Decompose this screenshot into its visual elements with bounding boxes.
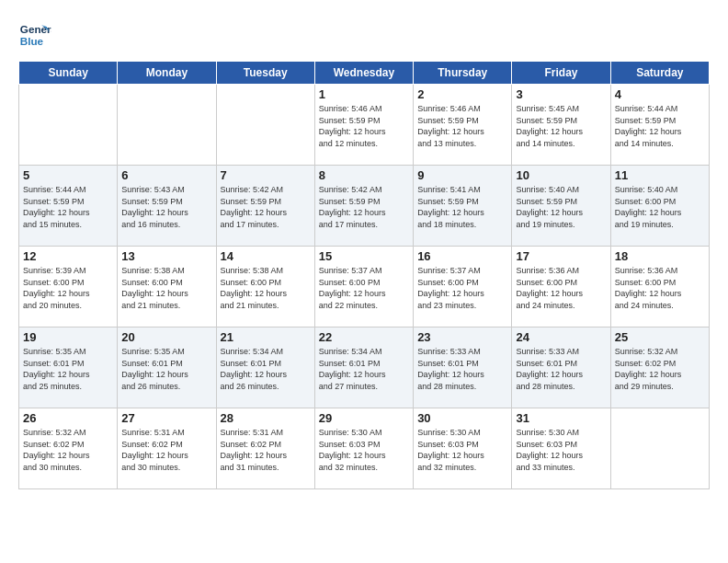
day-info: Sunrise: 5:33 AM Sunset: 6:01 PM Dayligh…	[417, 346, 507, 392]
day-number: 18	[615, 249, 705, 263]
calendar-cell: 6Sunrise: 5:43 AM Sunset: 5:59 PM Daylig…	[118, 166, 216, 247]
day-number: 4	[615, 87, 705, 101]
calendar-cell: 1Sunrise: 5:46 AM Sunset: 5:59 PM Daylig…	[314, 85, 413, 166]
calendar-cell: 20Sunrise: 5:35 AM Sunset: 6:01 PM Dayli…	[118, 327, 216, 408]
day-info: Sunrise: 5:35 AM Sunset: 6:01 PM Dayligh…	[23, 346, 113, 392]
calendar-cell: 10Sunrise: 5:40 AM Sunset: 5:59 PM Dayli…	[512, 166, 610, 247]
day-info: Sunrise: 5:30 AM Sunset: 6:03 PM Dayligh…	[319, 427, 409, 473]
svg-text:Blue: Blue	[20, 35, 44, 47]
week-row-3: 12Sunrise: 5:39 AM Sunset: 6:00 PM Dayli…	[19, 247, 710, 327]
calendar-table: SundayMondayTuesdayWednesdayThursdayFrid…	[18, 61, 710, 489]
day-info: Sunrise: 5:37 AM Sunset: 6:00 PM Dayligh…	[417, 265, 507, 311]
day-info: Sunrise: 5:44 AM Sunset: 5:59 PM Dayligh…	[23, 184, 113, 230]
day-number: 16	[417, 249, 507, 263]
day-number: 17	[516, 249, 606, 263]
day-number: 1	[319, 87, 409, 101]
day-info: Sunrise: 5:42 AM Sunset: 5:59 PM Dayligh…	[221, 184, 311, 230]
day-header-thursday: Thursday	[414, 62, 512, 85]
calendar-cell: 13Sunrise: 5:38 AM Sunset: 6:00 PM Dayli…	[118, 247, 216, 327]
day-number: 22	[319, 330, 409, 344]
day-info: Sunrise: 5:30 AM Sunset: 6:03 PM Dayligh…	[516, 427, 606, 473]
day-number: 26	[23, 411, 113, 425]
logo: General Blue	[18, 18, 55, 52]
calendar-cell	[19, 85, 118, 166]
day-number: 30	[417, 411, 507, 425]
day-number: 9	[417, 168, 507, 182]
day-info: Sunrise: 5:34 AM Sunset: 6:01 PM Dayligh…	[221, 346, 311, 392]
day-number: 23	[417, 330, 507, 344]
calendar-cell: 7Sunrise: 5:42 AM Sunset: 5:59 PM Daylig…	[216, 166, 314, 247]
day-number: 8	[319, 168, 409, 182]
week-row-5: 26Sunrise: 5:32 AM Sunset: 6:02 PM Dayli…	[19, 408, 710, 489]
calendar-cell: 8Sunrise: 5:42 AM Sunset: 5:59 PM Daylig…	[314, 166, 413, 247]
calendar-cell: 26Sunrise: 5:32 AM Sunset: 6:02 PM Dayli…	[19, 408, 118, 489]
calendar-cell: 11Sunrise: 5:40 AM Sunset: 6:00 PM Dayli…	[610, 166, 709, 247]
day-number: 13	[121, 249, 211, 263]
day-number: 5	[23, 168, 113, 182]
calendar-cell: 23Sunrise: 5:33 AM Sunset: 6:01 PM Dayli…	[414, 327, 512, 408]
calendar-cell: 19Sunrise: 5:35 AM Sunset: 6:01 PM Dayli…	[19, 327, 118, 408]
calendar-cell: 14Sunrise: 5:38 AM Sunset: 6:00 PM Dayli…	[216, 247, 314, 327]
header-row: SundayMondayTuesdayWednesdayThursdayFrid…	[19, 62, 710, 85]
day-info: Sunrise: 5:40 AM Sunset: 5:59 PM Dayligh…	[516, 184, 606, 230]
day-number: 24	[516, 330, 606, 344]
day-info: Sunrise: 5:32 AM Sunset: 6:02 PM Dayligh…	[615, 346, 705, 392]
day-number: 25	[615, 330, 705, 344]
calendar-cell: 28Sunrise: 5:31 AM Sunset: 6:02 PM Dayli…	[216, 408, 314, 489]
calendar-cell: 25Sunrise: 5:32 AM Sunset: 6:02 PM Dayli…	[610, 327, 709, 408]
calendar-cell: 15Sunrise: 5:37 AM Sunset: 6:00 PM Dayli…	[314, 247, 413, 327]
day-number: 14	[221, 249, 311, 263]
day-info: Sunrise: 5:37 AM Sunset: 6:00 PM Dayligh…	[319, 265, 409, 311]
day-info: Sunrise: 5:40 AM Sunset: 6:00 PM Dayligh…	[615, 184, 705, 230]
page-header: General Blue	[18, 18, 710, 52]
day-info: Sunrise: 5:36 AM Sunset: 6:00 PM Dayligh…	[516, 265, 606, 311]
day-number: 31	[516, 411, 606, 425]
logo-icon: General Blue	[18, 18, 51, 52]
calendar-cell: 21Sunrise: 5:34 AM Sunset: 6:01 PM Dayli…	[216, 327, 314, 408]
day-info: Sunrise: 5:44 AM Sunset: 5:59 PM Dayligh…	[615, 103, 705, 149]
day-info: Sunrise: 5:33 AM Sunset: 6:01 PM Dayligh…	[516, 346, 606, 392]
day-header-wednesday: Wednesday	[314, 62, 413, 85]
calendar-cell: 12Sunrise: 5:39 AM Sunset: 6:00 PM Dayli…	[19, 247, 118, 327]
day-info: Sunrise: 5:46 AM Sunset: 5:59 PM Dayligh…	[417, 103, 507, 149]
calendar-cell: 30Sunrise: 5:30 AM Sunset: 6:03 PM Dayli…	[414, 408, 512, 489]
day-info: Sunrise: 5:38 AM Sunset: 6:00 PM Dayligh…	[221, 265, 311, 311]
day-number: 3	[516, 87, 606, 101]
calendar-cell	[118, 85, 216, 166]
day-number: 20	[121, 330, 211, 344]
calendar-cell: 17Sunrise: 5:36 AM Sunset: 6:00 PM Dayli…	[512, 247, 610, 327]
day-info: Sunrise: 5:43 AM Sunset: 5:59 PM Dayligh…	[121, 184, 211, 230]
day-info: Sunrise: 5:39 AM Sunset: 6:00 PM Dayligh…	[23, 265, 113, 311]
day-number: 19	[23, 330, 113, 344]
day-info: Sunrise: 5:30 AM Sunset: 6:03 PM Dayligh…	[417, 427, 507, 473]
day-info: Sunrise: 5:45 AM Sunset: 5:59 PM Dayligh…	[516, 103, 606, 149]
calendar-cell: 2Sunrise: 5:46 AM Sunset: 5:59 PM Daylig…	[414, 85, 512, 166]
day-info: Sunrise: 5:35 AM Sunset: 6:01 PM Dayligh…	[121, 346, 211, 392]
day-info: Sunrise: 5:46 AM Sunset: 5:59 PM Dayligh…	[319, 103, 409, 149]
calendar-cell: 31Sunrise: 5:30 AM Sunset: 6:03 PM Dayli…	[512, 408, 610, 489]
day-number: 2	[417, 87, 507, 101]
day-number: 15	[319, 249, 409, 263]
day-header-tuesday: Tuesday	[216, 62, 314, 85]
week-row-4: 19Sunrise: 5:35 AM Sunset: 6:01 PM Dayli…	[19, 327, 710, 408]
day-header-monday: Monday	[118, 62, 216, 85]
day-number: 12	[23, 249, 113, 263]
day-number: 7	[221, 168, 311, 182]
day-info: Sunrise: 5:36 AM Sunset: 6:00 PM Dayligh…	[615, 265, 705, 311]
day-header-sunday: Sunday	[19, 62, 118, 85]
calendar-cell: 16Sunrise: 5:37 AM Sunset: 6:00 PM Dayli…	[414, 247, 512, 327]
day-number: 10	[516, 168, 606, 182]
day-info: Sunrise: 5:38 AM Sunset: 6:00 PM Dayligh…	[121, 265, 211, 311]
day-number: 27	[121, 411, 211, 425]
day-header-friday: Friday	[512, 62, 610, 85]
day-info: Sunrise: 5:32 AM Sunset: 6:02 PM Dayligh…	[23, 427, 113, 473]
calendar-cell: 29Sunrise: 5:30 AM Sunset: 6:03 PM Dayli…	[314, 408, 413, 489]
day-number: 11	[615, 168, 705, 182]
day-number: 28	[221, 411, 311, 425]
calendar-cell: 18Sunrise: 5:36 AM Sunset: 6:00 PM Dayli…	[610, 247, 709, 327]
day-info: Sunrise: 5:34 AM Sunset: 6:01 PM Dayligh…	[319, 346, 409, 392]
calendar-cell	[610, 408, 709, 489]
day-number: 29	[319, 411, 409, 425]
calendar-cell: 22Sunrise: 5:34 AM Sunset: 6:01 PM Dayli…	[314, 327, 413, 408]
day-info: Sunrise: 5:31 AM Sunset: 6:02 PM Dayligh…	[221, 427, 311, 473]
